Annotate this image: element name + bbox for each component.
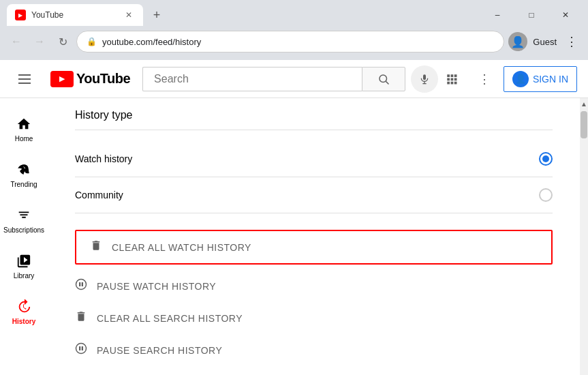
svg-rect-2 (423, 74, 426, 80)
pause-search-history-button[interactable]: PAUSE SEARCH HISTORY (75, 340, 553, 361)
library-icon (16, 253, 31, 269)
sidebar-item-library[interactable]: Library (0, 243, 48, 286)
radio-community[interactable]: Community (75, 177, 553, 213)
header-right: ⋮ 👤 SIGN IN (438, 65, 577, 93)
apps-button[interactable] (438, 65, 465, 93)
svg-rect-9 (450, 78, 453, 80)
sidebar-library-label: Library (14, 272, 35, 280)
clear-search-history-button[interactable]: CLEAR ALL SEARCH HISTORY (75, 308, 553, 329)
youtube-app: YouTube (0, 60, 588, 375)
refresh-button[interactable]: ↻ (53, 32, 72, 51)
sidebar-item-trending[interactable]: Trending (0, 152, 48, 195)
trash-icon-2 (75, 310, 87, 326)
tab-title: YouTube (31, 10, 117, 20)
youtube-header: YouTube (0, 60, 588, 98)
youtube-body: Home Trending Subscriptions Library (0, 98, 588, 375)
svg-rect-6 (450, 74, 453, 77)
address-bar-row: ← → ↻ 🔒 youtube.com/feed/history 👤 Guest… (0, 26, 588, 57)
sidebar-trending-label: Trending (10, 181, 37, 188)
sidebar-item-home[interactable]: Home (0, 106, 48, 149)
trash-icon-1 (90, 239, 102, 255)
youtube-logo[interactable]: YouTube (50, 71, 130, 87)
sidebar-item-subscriptions[interactable]: Subscriptions (0, 198, 48, 241)
address-text: youtube.com/feed/history (102, 37, 494, 47)
profile-area: 👤 Guest ⋮ (508, 32, 581, 51)
svg-point-17 (76, 344, 87, 354)
new-tab-button[interactable]: + (147, 5, 166, 25)
sign-in-button[interactable]: 👤 SIGN IN (504, 66, 577, 92)
svg-rect-12 (450, 81, 453, 84)
scrollbar[interactable]: ▲ (580, 98, 588, 375)
pause-icon-1 (75, 278, 87, 294)
close-button[interactable]: ✕ (550, 4, 581, 26)
clear-watch-history-button[interactable]: CLEAR ALL WATCH HISTORY (75, 230, 553, 265)
search-input[interactable] (142, 67, 362, 91)
browser-tab[interactable]: YouTube ✕ (7, 4, 143, 26)
youtube-logo-icon (50, 71, 74, 87)
home-icon (16, 116, 31, 132)
title-bar: YouTube ✕ + – □ ✕ (0, 0, 588, 26)
maximize-button[interactable]: □ (516, 4, 547, 26)
mic-button[interactable] (411, 65, 438, 93)
svg-rect-16 (82, 282, 83, 286)
sidebar-item-history[interactable]: History (0, 289, 48, 332)
youtube-logo-text: YouTube (76, 71, 130, 87)
back-button[interactable]: ← (7, 32, 26, 51)
svg-rect-7 (454, 74, 457, 77)
minimize-button[interactable]: – (482, 4, 513, 26)
pause-watch-label: PAUSE WATCH HISTORY (97, 281, 216, 292)
svg-rect-10 (454, 78, 457, 80)
main-content: History type Watch history Community (48, 98, 580, 375)
svg-rect-13 (454, 81, 457, 84)
radio-watch-history[interactable]: Watch history (75, 141, 553, 177)
trending-icon (16, 162, 31, 178)
svg-rect-11 (447, 81, 450, 84)
scroll-up[interactable]: ▲ (580, 98, 588, 110)
lock-icon: 🔒 (87, 37, 97, 46)
history-icon (16, 299, 31, 315)
hamburger-menu[interactable] (11, 65, 38, 93)
forward-button[interactable]: → (30, 32, 49, 51)
search-button[interactable] (362, 67, 405, 91)
pause-watch-history-button[interactable]: PAUSE WATCH HISTORY (75, 275, 553, 297)
sidebar: Home Trending Subscriptions Library (0, 98, 48, 375)
address-bar[interactable]: 🔒 youtube.com/feed/history (76, 31, 504, 52)
pause-icon-2 (75, 342, 87, 358)
svg-point-0 (380, 75, 387, 82)
svg-line-1 (386, 81, 388, 84)
watch-history-radio[interactable] (539, 152, 553, 166)
sidebar-history-label: History (12, 318, 35, 325)
subscriptions-icon (16, 207, 31, 224)
search-bar (142, 67, 405, 91)
community-radio[interactable] (539, 188, 553, 202)
community-label: Community (75, 190, 123, 200)
browser-chrome: YouTube ✕ + – □ ✕ ← → ↻ 🔒 youtube.com/fe… (0, 0, 588, 60)
pause-search-label: PAUSE SEARCH HISTORY (97, 345, 222, 356)
guest-avatar[interactable]: 👤 (508, 32, 527, 51)
svg-point-14 (76, 280, 87, 290)
clear-search-label: CLEAR ALL SEARCH HISTORY (97, 313, 243, 324)
scroll-thumb[interactable] (581, 111, 587, 138)
window-controls: – □ ✕ (482, 4, 581, 26)
clear-watch-label: CLEAR ALL WATCH HISTORY (112, 242, 251, 253)
history-type-title: History type (75, 109, 553, 130)
browser-menu-button[interactable]: ⋮ (562, 32, 581, 51)
tab-favicon (15, 10, 26, 20)
svg-rect-8 (447, 78, 450, 80)
svg-rect-5 (447, 74, 450, 77)
sidebar-home-label: Home (15, 135, 33, 142)
more-button[interactable]: ⋮ (471, 65, 498, 93)
tab-close-button[interactable]: ✕ (123, 9, 135, 21)
sign-in-avatar: 👤 (512, 71, 529, 87)
sidebar-subscriptions-label: Subscriptions (3, 226, 44, 234)
watch-history-label: Watch history (75, 153, 132, 164)
svg-rect-15 (79, 282, 80, 286)
svg-rect-19 (82, 346, 83, 350)
svg-rect-18 (79, 346, 80, 350)
action-buttons: CLEAR ALL WATCH HISTORY PAUSE WATCH HIST… (75, 230, 553, 361)
sign-in-label: SIGN IN (533, 74, 568, 85)
guest-label: Guest (533, 37, 557, 47)
